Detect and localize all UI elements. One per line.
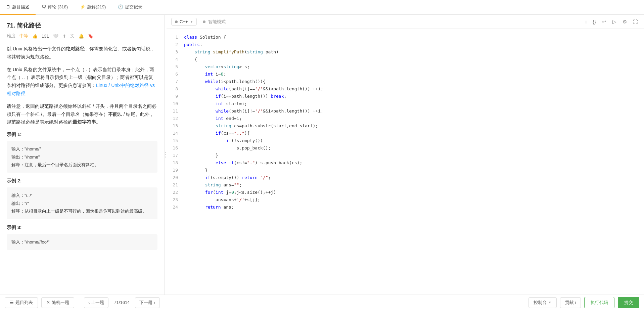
smart-dot [203,20,205,23]
code-content[interactable]: class Solution { public: string simplify… [184,29,644,295]
difficulty-value: 中等 [19,33,28,39]
code-line-5: vector<string> s; [184,63,644,71]
bell-icon[interactable]: 🔔 [79,34,84,39]
code-line-10: int start=i; [184,100,644,107]
run-toolbar-icon[interactable]: ▷ [611,19,618,25]
ln-10: 10 [167,100,184,107]
top-tabs: 🗒 题目描述 🗨 评论 (318) ⚡ 题解(219) 🕐 提交记录 [0,0,644,15]
example-1-note: 解释：注意，最后一个目录名后面没有斜杠。 [11,161,153,169]
share-icon[interactable]: ⬆ [62,34,66,39]
code-line-21: string ans=""; [184,181,644,189]
code-line-2: public: [184,41,644,48]
resize-dot-1 [165,152,166,153]
code-line-7: while(i<path.length()){ [184,78,644,85]
code-line-12: int end=i; [184,115,644,122]
run-code-button[interactable]: 执行代码 [584,297,614,308]
format-icon[interactable]: {} [591,19,597,25]
example-1-box: 输入："/home/" 输出："/home" 解释：注意，最后一个目录名后面没有… [7,141,157,173]
ln-4: 4 [167,56,184,63]
code-line-3: string simplifyPath(string path) [184,48,644,56]
comments-icon: 🗨 [42,4,46,9]
ln-6: 6 [167,71,184,78]
example-1-output: 输出："/home" [11,153,153,161]
tab-submissions[interactable]: 🕐 提交记录 [112,0,148,15]
resize-dot-2 [165,154,166,155]
code-editor[interactable]: 1 2 3 4 5 6 7 8 9 10 11 12 13 14 15 16 1… [167,29,644,295]
heart-icon[interactable]: 🤍 [53,34,58,39]
problem-description-2: 在 Unix 风格的文件系统中，一个点（ . ）表示当前目录本身；此外，两个点（… [7,66,157,98]
example-1-title: 示例 1: [7,132,157,138]
ln-8: 8 [167,85,184,93]
dropdown-icon: ▼ [190,20,193,24]
code-line-4: { [184,56,644,63]
example-2-box: 输入："/../" 输出："/" 解释：从根目录向上一级是不可行的，因为根是你可… [7,187,157,219]
resize-dot-3 [165,157,166,158]
code-line-22: for(int j=0;j<s.size();++j) [184,189,644,196]
prev-arrow: ‹ [88,300,90,305]
ln-23: 23 [167,196,184,204]
difficulty-label: 难度 [7,33,15,39]
language-label: C++ [180,19,188,24]
thumbs-up-icon[interactable]: 👍 [32,34,38,39]
solutions-icon: ⚡ [80,4,85,9]
submissions-icon: 🕐 [118,4,123,9]
ln-3: 3 [167,48,184,56]
ln-16: 16 [167,144,184,152]
ln-2: 2 [167,41,184,48]
tab-description[interactable]: 🗒 题目描述 [0,0,36,15]
ln-9: 9 [167,93,184,100]
code-line-13: string cs=path.substr(start,end-start); [184,122,644,130]
example-2-title: 示例 2: [7,178,157,184]
example-3-box: 输入："/home//foo/" [7,234,157,250]
like-count: 131 [42,34,49,39]
bookmark-icon[interactable]: 🔖 [88,34,93,39]
right-panel: C++ ▼ 智能模式 i {} ↩ ▷ ⚙ ⛶ 1 2 3 4 5 6 [167,15,644,295]
smart-mode[interactable]: 智能模式 [203,19,226,25]
ln-5: 5 [167,63,184,71]
editor-toolbar: C++ ▼ 智能模式 i {} ↩ ▷ ⚙ ⛶ [167,15,644,29]
example-1-input: 输入："/home/" [11,145,153,153]
tab-comments[interactable]: 🗨 评论 (318) [36,0,74,15]
problem-description-1: 以 Unix 风格给出一个文件的绝对路径，你需要简化它。或者换句话说，将其转换为… [7,45,157,61]
ln-12: 12 [167,115,184,122]
ln-21: 21 [167,181,184,189]
settings-icon[interactable]: ⚙ [621,19,628,25]
bottom-bar: ☰ 题目列表 ✕ 随机一题 ‹ 上一题 71/1614 下一题 › 控制台 ▼ … [0,295,644,310]
problem-meta: 难度 中等 👍 131 🤍 ⬆ 文 🔔 🔖 [7,33,157,39]
ln-13: 13 [167,122,184,130]
code-line-16: s.pop_back(); [184,144,644,152]
code-line-19: } [184,167,644,174]
ln-14: 14 [167,130,184,137]
code-line-14: if(cs==".."){ [184,130,644,137]
list-icon: ☰ [10,300,14,305]
submit-button[interactable]: 提交 [618,297,639,308]
code-line-8: while(path[i]=='/'&&i<path.length()) ++i… [184,85,644,93]
fullscreen-icon[interactable]: ⛶ [632,19,639,25]
code-line-17: } [184,152,644,159]
code-line-24: return ans; [184,204,644,211]
translate-icon[interactable]: 文 [70,33,75,39]
tab-solutions[interactable]: ⚡ 题解(219) [74,0,112,15]
page-info: 71/1614 [112,300,132,305]
info-icon[interactable]: i [584,19,588,25]
undo-icon[interactable]: ↩ [601,19,608,25]
console-button[interactable]: 控制台 ▼ [528,297,557,308]
next-button[interactable]: 下一题 › [135,297,159,308]
ln-19: 19 [167,167,184,174]
divider-1 [79,299,79,306]
next-arrow: › [154,300,155,305]
example-2-input: 输入："/../" [11,191,153,199]
console-dropdown-icon: ▼ [548,301,552,304]
line-numbers: 1 2 3 4 5 6 7 8 9 10 11 12 13 14 15 16 1… [167,29,184,295]
ln-1: 1 [167,34,184,41]
code-line-20: if(s.empty()) return "/"; [184,174,644,181]
contribute-button[interactable]: 贡献 i [560,297,581,308]
problem-list-button[interactable]: ☰ 题目列表 [5,297,38,308]
ln-15: 15 [167,137,184,144]
random-problem-button[interactable]: ✕ 随机一题 [41,297,74,308]
ln-24: 24 [167,204,184,211]
example-3-title: 示例 3: [7,225,157,231]
prev-button[interactable]: ‹ 上一题 [84,297,108,308]
ln-22: 22 [167,189,184,196]
language-selector[interactable]: C++ ▼ [171,18,197,26]
